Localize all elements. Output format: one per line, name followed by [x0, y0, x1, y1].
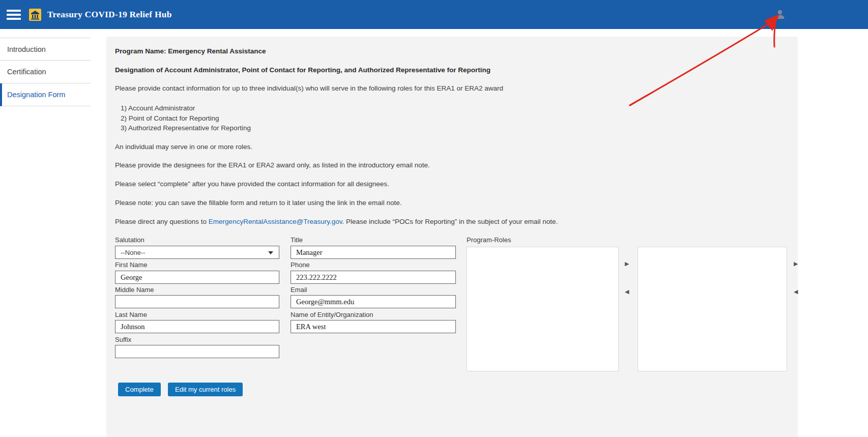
note-complete: Please select “complete” after you have …: [115, 180, 389, 188]
app-header: Treasury COVID-19 Relief Hub: [0, 0, 868, 29]
last-name-input[interactable]: [115, 320, 279, 333]
complete-button[interactable]: Complete: [118, 383, 161, 396]
sidebar-item-label: Certification: [0, 68, 46, 76]
sidebar-item-introduction[interactable]: Introduction: [0, 38, 91, 61]
page: Treasury COVID-19 Relief Hub Introductio…: [0, 0, 868, 437]
designation-form-panel: Program Name: Emergency Rental Assistanc…: [106, 37, 798, 437]
program-roles-label: Program-Roles: [467, 236, 511, 244]
role-list-item: 3) Authorized Representative for Reporti…: [121, 124, 251, 132]
salutation-label: Salutation: [115, 236, 144, 244]
sidebar-item-label: Designation Form: [2, 91, 65, 99]
last-name-label: Last Name: [115, 311, 147, 318]
note-designees: Please provide the designees for the ERA…: [115, 161, 430, 169]
move-right-button[interactable]: ▶: [625, 261, 629, 267]
program-name-text: Program Name: Emergency Rental Assistanc…: [115, 47, 266, 55]
questions-before: Please direct any questions to: [115, 218, 209, 225]
middle-name-label: Middle Name: [115, 286, 154, 294]
treasury-logo: [29, 9, 41, 21]
dropdown-caret-icon: [268, 251, 273, 254]
email-input[interactable]: [291, 295, 456, 308]
phone-label: Phone: [291, 261, 310, 269]
intro-text: Please provide contact information for u…: [115, 84, 503, 92]
role-list-item: 2) Point of Contact for Reporting: [121, 114, 219, 122]
edit-roles-button[interactable]: Edit my current roles: [168, 383, 243, 396]
first-name-input[interactable]: [115, 271, 279, 284]
sidebar-item-designation-form[interactable]: Designation Form: [0, 83, 91, 106]
role-list-item: 1) Account Administrator: [121, 104, 195, 112]
first-name-label: First Name: [115, 261, 148, 269]
menu-icon[interactable]: [7, 10, 21, 20]
program-roles-available-list[interactable]: [467, 247, 619, 371]
program-roles-selected-list[interactable]: [638, 247, 787, 371]
user-icon[interactable]: [774, 9, 786, 20]
sidebar-item-certification[interactable]: Certification: [0, 61, 91, 83]
salutation-select[interactable]: --None--: [115, 246, 279, 259]
suffix-label: Suffix: [115, 336, 131, 343]
email-label: Email: [291, 286, 307, 294]
organization-input[interactable]: [291, 320, 456, 333]
title-label: Title: [291, 236, 303, 244]
organization-label: Name of Entity/Organization: [291, 311, 373, 318]
app-title: Treasury COVID-19 Relief Hub: [47, 9, 172, 20]
suffix-input[interactable]: [115, 345, 279, 358]
middle-name-input[interactable]: [115, 295, 279, 308]
salutation-selected-value: --None--: [115, 249, 145, 256]
title-input[interactable]: [291, 246, 456, 259]
questions-after: . Please include “POCs for Reporting” in…: [342, 218, 558, 225]
sidebar-item-label: Introduction: [0, 45, 46, 53]
form-heading: Designation of Account Administrator, Po…: [115, 66, 490, 74]
questions-text: Please direct any questions to Emergency…: [115, 218, 558, 225]
note-save: Please note: you can save the fillable f…: [115, 199, 402, 207]
questions-email-link[interactable]: EmergencyRentalAssistance@Treasury.gov: [209, 218, 342, 225]
secondary-move-right-button[interactable]: ▶: [794, 261, 798, 267]
sidebar-nav: Introduction Certification Designation F…: [0, 29, 105, 437]
phone-input[interactable]: [291, 271, 456, 284]
move-left-button[interactable]: ◀: [625, 289, 629, 295]
note-one-or-more: An individual may serve in one or more r…: [115, 143, 252, 151]
secondary-move-left-button[interactable]: ◀: [794, 289, 798, 295]
